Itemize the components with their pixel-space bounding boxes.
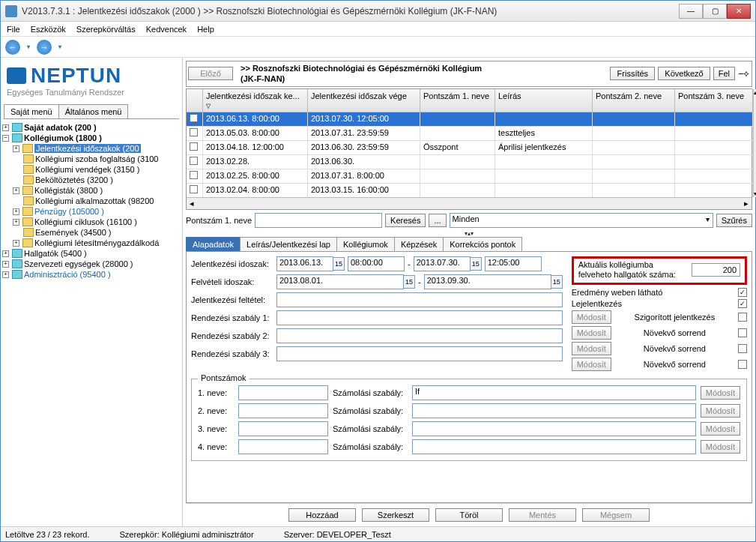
col-end[interactable]: Jelentkezési időszak vége — [308, 89, 420, 112]
row-checkbox[interactable] — [190, 128, 198, 136]
calendar-icon[interactable]: 15 — [551, 275, 563, 289]
expand-icon[interactable]: + — [13, 145, 19, 152]
jel-end-date[interactable]: 2013.07.30. — [414, 256, 471, 271]
checkbox[interactable] — [738, 313, 747, 322]
row-checkbox[interactable] — [190, 114, 198, 122]
prev-button[interactable]: Előző — [188, 67, 233, 80]
calendar-icon[interactable]: 15 — [470, 257, 482, 271]
r3-input[interactable] — [276, 346, 563, 361]
modosit-button[interactable]: Módosít — [572, 342, 611, 355]
checkbox[interactable] — [738, 360, 747, 369]
modosit-button[interactable]: Módosít — [701, 386, 740, 400]
minimize-button[interactable]: — — [679, 4, 703, 19]
felv-start-date[interactable]: 2013.08.01. — [276, 274, 404, 289]
aktualis-value[interactable]: 200 — [692, 263, 740, 277]
szab2-input[interactable] — [412, 403, 696, 418]
tree-esem[interactable]: Események (34500 ) — [35, 228, 112, 237]
col-p1[interactable]: Pontszám 1. neve — [420, 89, 495, 112]
checkbox[interactable] — [738, 328, 747, 337]
edit-button[interactable]: Szerkeszt — [362, 508, 429, 522]
tree-letes[interactable]: Kollégiumi létesítménygazdálkodá — [34, 238, 159, 247]
col-p3[interactable]: Pontszám 3. neve — [675, 89, 753, 112]
expand-icon[interactable]: + — [13, 219, 19, 226]
col-p2[interactable]: Pontszám 2. neve — [593, 89, 675, 112]
expand-icon[interactable]: + — [2, 124, 9, 131]
tree-own[interactable]: Saját adatok (200 ) — [24, 123, 97, 132]
modosit-button[interactable]: Módosít — [572, 310, 611, 324]
modosit-button[interactable]: Módosít — [572, 358, 611, 371]
table-row[interactable]: 2013.04.18. 12:00:002013.06.30. 23:59:59… — [187, 141, 753, 155]
jel-end-time[interactable]: 12:05:00 — [485, 256, 542, 271]
add-button[interactable]: Hozzáad — [288, 508, 356, 522]
collapse-icon[interactable]: − — [2, 135, 9, 142]
modosit-button[interactable]: Módosít — [701, 404, 740, 418]
calendar-icon[interactable]: 15 — [403, 275, 415, 289]
calendar-icon[interactable]: 15 — [333, 257, 345, 271]
n1-input[interactable] — [238, 385, 328, 400]
checkbox[interactable]: ✓ — [738, 288, 747, 297]
feltetel-input[interactable] — [276, 292, 563, 307]
expand-icon[interactable]: + — [13, 208, 19, 215]
forward-button[interactable]: → — [37, 40, 52, 55]
horizontal-scrollbar[interactable]: ◂▸ — [187, 197, 752, 209]
tree-alk[interactable]: Kollégiumi alkalmazottak (98200 — [35, 196, 154, 205]
r1-input[interactable] — [276, 310, 563, 325]
checkbox[interactable]: ✓ — [738, 299, 747, 308]
table-row[interactable]: 2013.05.03. 8:00:002013.07.31. 23:59:59t… — [187, 127, 753, 141]
tab-own-menu[interactable]: Saját menü — [4, 104, 59, 118]
cancel-button[interactable]: Mégsem — [582, 508, 650, 522]
tree-jelentkezesi[interactable]: Jelentkezési időszakok (200 — [34, 144, 141, 153]
tab-general-menu[interactable]: Általános menü — [58, 104, 129, 118]
menu-role[interactable]: Szerepkörváltás — [76, 25, 136, 34]
expand-icon[interactable]: + — [13, 240, 19, 247]
browse-button[interactable]: ... — [429, 214, 446, 227]
table-row[interactable]: 2013.02.25. 8:00:002013.07.31. 8:00:00 — [187, 169, 753, 184]
next-button[interactable]: Következő — [658, 67, 710, 80]
table-row[interactable]: 2013.02.28.2013.06.30. — [187, 155, 753, 169]
pin-icon[interactable]: –⟡ — [738, 67, 750, 79]
vertical-scrollbar[interactable]: ▴▾ — [753, 89, 756, 197]
expand-icon[interactable]: + — [2, 271, 9, 278]
col-start[interactable]: Jelentkezési időszak ke... ▽ — [203, 89, 308, 112]
modosit-button[interactable]: Módosít — [572, 326, 611, 340]
tab-kollegiumok[interactable]: Kollégiumok — [336, 237, 395, 251]
row-checkbox[interactable] — [190, 157, 198, 165]
jel-start-time[interactable]: 08:00:00 — [348, 256, 405, 271]
maximize-button[interactable]: ▢ — [703, 4, 727, 19]
col-desc[interactable]: Leírás — [495, 89, 593, 112]
expand-icon[interactable]: + — [2, 261, 9, 268]
tree-hallg[interactable]: Hallgatók (5400 ) — [24, 249, 87, 258]
expand-icon[interactable]: + — [2, 250, 9, 257]
row-checkbox[interactable] — [190, 142, 198, 151]
expand-icon[interactable]: + — [13, 187, 19, 194]
nav-tree[interactable]: +Saját adatok (200 ) −Kollégiumok (1800 … — [1, 119, 182, 526]
table-row[interactable]: 2013.06.13. 8:00:002013.07.30. 12:05:00 — [187, 112, 753, 127]
modosit-button[interactable]: Módosít — [701, 440, 740, 454]
felv-end-date[interactable]: 2013.09.30. — [424, 274, 551, 289]
tree-kolls[interactable]: Kollégiumok (1800 ) — [24, 133, 102, 142]
r2-input[interactable] — [276, 328, 563, 343]
delete-button[interactable]: Töröl — [435, 508, 503, 522]
up-button[interactable]: Fel — [713, 67, 735, 80]
n2-input[interactable] — [238, 403, 328, 418]
row-checkbox[interactable] — [190, 171, 198, 179]
szab1-input[interactable]: If — [412, 385, 696, 400]
modosit-button[interactable]: Módosít — [701, 422, 740, 436]
szab4-input[interactable] — [412, 439, 696, 454]
refresh-button[interactable]: Frissítés — [610, 67, 655, 80]
search-button[interactable]: Keresés — [385, 214, 426, 227]
table-row[interactable]: 2013.02.04. 8:00:002013.03.15. 16:00:00 — [187, 184, 753, 197]
tree-ciklus[interactable]: Kollégiumi ciklusok (16100 ) — [34, 217, 137, 226]
row-checkbox[interactable] — [190, 185, 198, 193]
checkbox[interactable] — [738, 344, 747, 353]
n4-input[interactable] — [238, 439, 328, 454]
close-button[interactable]: ✕ — [727, 4, 751, 19]
search-input[interactable] — [255, 213, 382, 228]
tab-leiras[interactable]: Leírás/Jelentkezési lap — [240, 237, 337, 251]
back-button[interactable]: ← — [5, 40, 20, 55]
menu-tools[interactable]: Eszközök — [31, 25, 66, 34]
tree-szerv[interactable]: Szervezeti egységek (28000 ) — [24, 259, 133, 268]
tree-admin[interactable]: Adminisztráció (95400 ) — [24, 270, 111, 279]
tab-alapadatok[interactable]: Alapadatok — [186, 237, 241, 251]
tab-korrekcios[interactable]: Korrekciós pontok — [443, 237, 522, 251]
